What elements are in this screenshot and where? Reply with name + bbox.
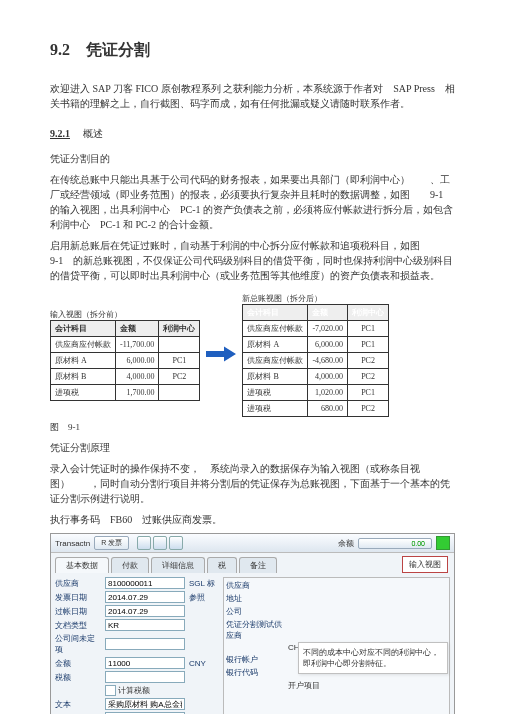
side-label: 供应商 — [226, 580, 286, 591]
side-label: 地址 — [226, 593, 286, 604]
purpose-heading: 凭证分割目的 — [50, 151, 455, 166]
form-label: 供应商 — [55, 578, 101, 589]
transaction-type-dropdown[interactable]: R 发票 — [94, 536, 129, 550]
table-row: 进项税1,020.00PC1 — [243, 385, 389, 401]
table-row: 进项税1,700.00 — [51, 385, 200, 401]
balance-label: 余额 — [338, 538, 354, 549]
form-label: 发票日期 — [55, 592, 101, 603]
form-label: 过帐日期 — [55, 606, 101, 617]
heading: 9.2 凭证分割 — [50, 40, 455, 61]
balance-ok-icon — [436, 536, 450, 550]
table-header: 会计科目 — [243, 305, 308, 321]
tab-1[interactable]: 付款 — [111, 557, 149, 573]
table-row: 供应商应付帐款-7,020.00PC1 — [243, 321, 389, 337]
form-label: 文本 — [55, 699, 101, 710]
toolbar-icon[interactable] — [153, 536, 167, 550]
side-label — [226, 643, 286, 652]
subsection-title: 概述 — [83, 128, 103, 139]
side-value — [288, 606, 447, 617]
side-label — [226, 680, 286, 691]
principle-heading: 凭证分割原理 — [50, 440, 455, 455]
toolbar-icon[interactable] — [169, 536, 183, 550]
table-header: 会计科目 — [51, 321, 116, 337]
right-table-caption: 新总账视图（拆分后） — [242, 293, 389, 304]
table-row: 原材料 A6,000.00PC1 — [243, 337, 389, 353]
side-value — [288, 619, 447, 641]
figure-9-1-caption: 图 9-1 — [50, 421, 455, 434]
tab-4[interactable]: 备注 — [239, 557, 277, 573]
form-input[interactable] — [105, 657, 185, 669]
form-input[interactable] — [105, 671, 185, 683]
table-header: 金额 — [116, 321, 159, 337]
table-row: 供应商应付帐款-4,680.00PC2 — [243, 353, 389, 369]
form-extra: CNY — [189, 659, 219, 668]
form-input[interactable] — [105, 577, 185, 589]
input-view-callout: 输入视图 — [402, 556, 448, 573]
form-label: 税额 — [55, 672, 101, 683]
table-row: 进项税680.00PC2 — [243, 401, 389, 417]
form-extra: SGL 标 — [189, 578, 219, 589]
table-row: 原材料 B4,000.00PC2 — [51, 369, 200, 385]
sap-screen: Transactn R 发票 余额 0.00 输入视图 基本数据付款详细信息税备… — [50, 533, 455, 714]
form-input[interactable] — [105, 619, 185, 631]
side-value — [288, 593, 447, 604]
transactn-label: Transactn — [55, 539, 90, 548]
paragraph-3a: 在传统总账中只能出具基于公司代码的财务报表，如果要出具部门（即利润中心） 、工厂… — [50, 172, 455, 232]
form-label: 公司间未定项 — [55, 633, 101, 655]
tab-0[interactable]: 基本数据 — [55, 557, 109, 573]
side-value — [288, 580, 447, 591]
calculate-tax-checkbox[interactable] — [105, 685, 116, 696]
input-view-table: 会计科目金额利润中心 供应商应付帐款-11,700.00原材料 A6,000.0… — [50, 320, 200, 401]
subsection-number: 9.2.1 — [50, 128, 70, 139]
svg-marker-0 — [206, 347, 236, 362]
balance-value: 0.00 — [358, 538, 432, 549]
intro-paragraph: 欢迎进入 SAP 刀客 FICO 原创教程系列 之获利能力分析，本系统源于作者对… — [50, 81, 455, 111]
form-input[interactable] — [105, 698, 185, 710]
table-row: 原材料 B4,000.00PC2 — [243, 369, 389, 385]
subsection-head: 9.2.1 概述 — [50, 126, 455, 141]
left-table-caption: 输入视图（拆分前） — [50, 309, 200, 320]
side-label: 公司 — [226, 606, 286, 617]
form-label: 金额 — [55, 658, 101, 669]
form-input[interactable] — [105, 591, 185, 603]
gl-view-table: 会计科目金额利润中心 供应商应付帐款-7,020.00PC1原材料 A6,000… — [242, 304, 389, 417]
table-header: 利润中心 — [159, 321, 200, 337]
table-row: 供应商应付帐款-11,700.00 — [51, 337, 200, 353]
toolbar-icon[interactable] — [137, 536, 151, 550]
form-label: 文档类型 — [55, 620, 101, 631]
side-label: 凭证分割测试供应商 — [226, 619, 286, 641]
side-label: 银行代码 — [226, 667, 286, 678]
table-row: 原材料 A6,000.00PC1 — [51, 353, 200, 369]
annotation-note: 不同的成本中心对应不同的利润中心，即利润中心即分割特征。 — [298, 642, 448, 674]
paragraph-3b: 启用新总账后在凭证过账时，自动基于利润的中心拆分应付帐款和追项税科目，如图 9-… — [50, 238, 455, 283]
paragraph-6: 执行事务码 FB60 过账供应商发票。 — [50, 512, 455, 527]
tab-3[interactable]: 税 — [207, 557, 237, 573]
sap-toolbar: Transactn R 发票 余额 0.00 — [51, 534, 454, 553]
table-header: 金额 — [308, 305, 348, 321]
sap-form: 供应商SGL 标发票日期参照过帐日期文档类型公司间未定项金额CNY税额 计算税额… — [55, 577, 219, 714]
side-value: 开户项目 — [288, 680, 447, 691]
sap-tabs: 基本数据付款详细信息税备注 — [51, 553, 454, 573]
side-label: 银行帐户 — [226, 654, 286, 665]
paragraph-5: 录入会计凭证时的操作保持不变， 系统尚录入的数据保存为输入视图（或称条目视图） … — [50, 461, 455, 506]
tab-2[interactable]: 详细信息 — [151, 557, 205, 573]
form-input[interactable] — [105, 638, 185, 650]
arrow-icon — [206, 346, 236, 362]
table-header: 利润中心 — [348, 305, 389, 321]
form-input[interactable] — [105, 605, 185, 617]
form-extra: 参照 — [189, 592, 219, 603]
checkbox-label: 计算税额 — [116, 686, 150, 695]
